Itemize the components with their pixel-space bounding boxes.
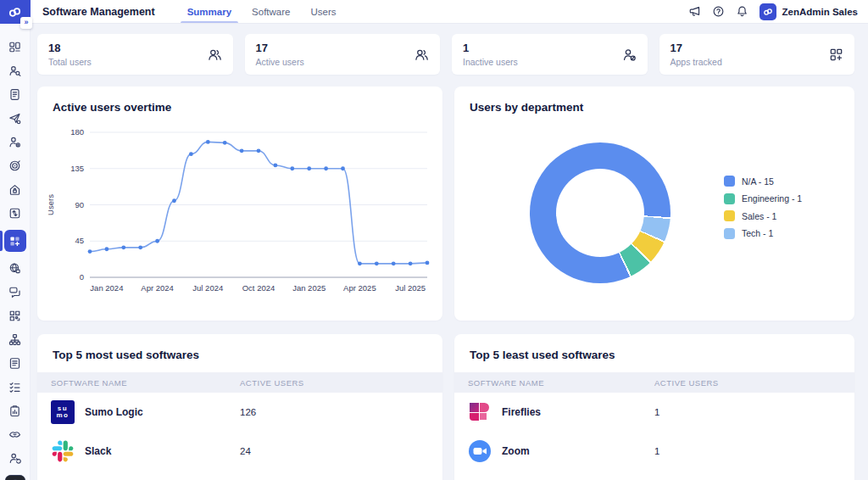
table-header: SOFTWARE NAMEACTIVE USERS — [454, 372, 854, 393]
sidebar-item-chat[interactable] — [0, 285, 30, 299]
software-table: SOFTWARE NAMEACTIVE USERSFireflies1Zoom1 — [454, 372, 854, 471]
user-gear-icon — [8, 136, 21, 148]
sidebar-item-target[interactable] — [0, 159, 30, 173]
sidebar-item-checklist[interactable] — [0, 380, 30, 394]
top-header: Software Management SummarySoftwareUsers… — [31, 0, 868, 24]
sumologic-logo-icon: sumo — [51, 400, 75, 424]
help-icon[interactable] — [712, 5, 725, 18]
zenadmin-account-logo-icon — [760, 3, 776, 20]
table-title: Top 5 most used softwares — [37, 334, 442, 361]
fireflies-logo-icon — [468, 400, 492, 424]
sidebar-expand-button[interactable]: » — [20, 17, 32, 29]
sidebar-item-dashboard[interactable] — [0, 40, 30, 54]
active-users-chart-panel: Active users overtime 18013590450Jan 202… — [37, 87, 442, 321]
table-row[interactable]: Fireflies1 — [454, 393, 854, 432]
sidebar-item-qr-code[interactable] — [0, 309, 30, 323]
bell-icon[interactable] — [736, 5, 748, 18]
most-used-softwares-panel: Top 5 most used softwares SOFTWARE NAMEA… — [37, 334, 442, 480]
software-name: Slack — [85, 445, 111, 457]
account-switcher[interactable]: ZenAdmin Sales — [760, 3, 858, 20]
line-chart: 18013590450Jan 2024Apr 2024Jul 2024Oct 2… — [44, 119, 442, 310]
stat-label: Active users — [256, 57, 304, 67]
sidebar-item-user-refresh[interactable] — [0, 451, 30, 466]
svg-text:45: 45 — [75, 236, 84, 245]
legend-swatch — [724, 176, 735, 187]
stat-value: 18 — [48, 42, 92, 54]
chat-icon — [8, 286, 21, 299]
legend-item: Engineering - 1 — [724, 193, 802, 204]
least-used-softwares-panel: Top 5 least used softwares SOFTWARE NAME… — [454, 334, 854, 480]
sidebar-item-clipboard-chart[interactable] — [0, 404, 30, 418]
stat-value: 1 — [463, 42, 518, 54]
user-search-icon — [8, 64, 21, 77]
megaphone-icon[interactable] — [688, 5, 701, 18]
org-chart-icon — [8, 333, 21, 346]
avatar — [5, 475, 25, 480]
column-header: ACTIVE USERS — [240, 378, 429, 388]
active-users-count: 1 — [654, 407, 841, 417]
stat-label: Total users — [48, 57, 92, 67]
apps-tracked-icon — [829, 47, 843, 62]
account-name: ZenAdmin Sales — [782, 7, 858, 17]
dashboard-icon — [8, 41, 21, 53]
qr-code-icon — [8, 310, 21, 322]
svg-text:Apr 2025: Apr 2025 — [343, 283, 376, 293]
svg-text:180: 180 — [70, 127, 84, 137]
sidebar-nav — [0, 40, 30, 480]
sidebar-item-handshake[interactable] — [0, 427, 30, 442]
globe-lock-icon — [8, 262, 21, 275]
software-name: Sumo Logic — [85, 406, 143, 418]
legend-label: Engineering - 1 — [742, 193, 802, 204]
sidebar-user-avatar[interactable] — [0, 475, 30, 480]
table-row[interactable]: sumoSumo Logic126 — [37, 393, 442, 432]
column-header: ACTIVE USERS — [654, 378, 841, 388]
sidebar-item-globe-lock[interactable] — [0, 261, 30, 276]
stat-card-apps-tracked: 17Apps tracked — [659, 34, 855, 75]
svg-text:Jul 2024: Jul 2024 — [192, 283, 223, 293]
table-row[interactable]: Slack24 — [37, 432, 442, 471]
sidebar — [0, 0, 31, 480]
users-icon — [208, 47, 222, 62]
sidebar-item-org-chart[interactable] — [0, 332, 30, 347]
legend-item: Sales - 1 — [724, 210, 802, 221]
software-table: SOFTWARE NAMEACTIVE USERSsumoSumo Logic1… — [37, 372, 442, 471]
active-users-count: 126 — [240, 407, 429, 417]
sidebar-item-list[interactable] — [0, 356, 30, 371]
active-users-count: 1 — [654, 446, 841, 456]
active-users-count: 24 — [240, 446, 429, 456]
stat-value: 17 — [256, 42, 304, 54]
stat-card-active-users: 17Active users — [245, 34, 441, 75]
tab-users[interactable]: Users — [300, 0, 346, 23]
sidebar-item-document[interactable] — [0, 87, 30, 102]
slack-logo-icon — [51, 439, 75, 463]
svg-text:Jan 2024: Jan 2024 — [90, 283, 123, 293]
tab-summary[interactable]: Summary — [177, 0, 242, 23]
tab-software[interactable]: Software — [242, 0, 300, 23]
table-header: SOFTWARE NAMEACTIVE USERS — [37, 372, 442, 393]
sidebar-item-box-sync[interactable] — [0, 206, 30, 220]
sidebar-item-home-lock[interactable] — [0, 182, 30, 197]
checklist-icon — [8, 381, 21, 393]
legend-label: Sales - 1 — [742, 211, 776, 221]
sidebar-item-send-gear[interactable] — [0, 111, 30, 126]
software-name: Fireflies — [502, 406, 541, 418]
target-icon — [8, 159, 21, 172]
stats-row: 18Total users 17Active users 1Inactive u… — [37, 34, 854, 75]
legend-swatch — [724, 228, 735, 239]
legend-label: N/A - 15 — [742, 176, 774, 187]
handshake-icon — [8, 428, 21, 441]
stat-card-total-users: 18Total users — [37, 34, 233, 75]
sidebar-item-user-search[interactable] — [0, 64, 30, 78]
svg-text:0: 0 — [80, 272, 84, 282]
legend-label: Tech - 1 — [742, 228, 773, 238]
legend-swatch — [724, 193, 735, 204]
svg-text:Jul 2025: Jul 2025 — [395, 283, 426, 293]
donut-hole — [556, 169, 644, 257]
sidebar-item-apps[interactable] — [0, 230, 30, 252]
box-sync-icon — [8, 207, 21, 220]
header-tabs: SummarySoftwareUsers — [177, 0, 347, 23]
document-icon — [8, 88, 21, 101]
sidebar-item-user-gear[interactable] — [0, 135, 30, 149]
user-inactive-icon — [622, 47, 637, 62]
table-row[interactable]: Zoom1 — [454, 432, 854, 471]
